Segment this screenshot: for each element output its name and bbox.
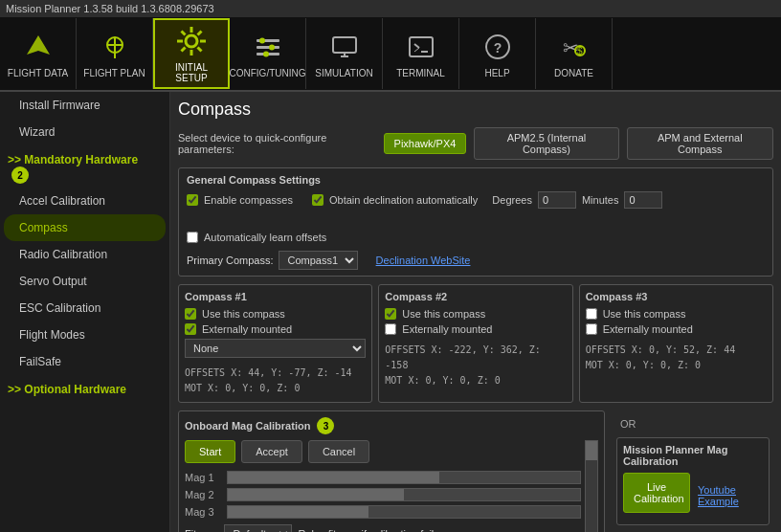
- sidebar-item-compass[interactable]: Compass: [4, 214, 166, 241]
- toolbar-label-config: CONFIG/TUNING: [230, 68, 306, 78]
- svg-rect-22: [410, 37, 433, 56]
- svg-text:?: ?: [493, 40, 502, 55]
- compass1-external-label: Externally mounted: [202, 323, 292, 335]
- compass3-use-checkbox[interactable]: [586, 308, 597, 320]
- svg-line-9: [182, 32, 186, 35]
- mission-cal-title: Mission Planner Mag Calibration: [623, 444, 763, 467]
- toolbar-item-initial-setup[interactable]: INITIAL SETUP: [153, 18, 230, 89]
- toolbar-label-terminal: TERMINAL: [396, 68, 445, 78]
- relax-text: Relax fitness if calibration fails: [298, 528, 438, 532]
- compass2-external-label: Externally mounted: [402, 323, 492, 335]
- degrees-input[interactable]: [538, 191, 576, 209]
- device-btn-apm25[interactable]: APM2.5 (Internal Compass): [474, 127, 618, 160]
- sidebar-item-servo-output[interactable]: Servo Output: [0, 268, 169, 295]
- compass1-dropdown[interactable]: None: [185, 339, 366, 358]
- compass2-offsets: OFFSETS X: -222, Y: 362, Z: -158 MOT X: …: [385, 343, 566, 388]
- mandatory-hardware-label: >> Mandatory Hardware: [8, 153, 138, 166]
- sidebar-item-flight-modes[interactable]: Flight Modes: [0, 321, 169, 348]
- radio-cal-label: Radio Calibration: [19, 248, 107, 261]
- declination-link[interactable]: Declination WebSite: [376, 255, 471, 266]
- toolbar-item-flight-data[interactable]: FLIGHT DATA: [0, 18, 77, 89]
- gear-icon: [174, 24, 209, 58]
- optional-hardware-section: >> Optional Hardware: [0, 375, 169, 400]
- compass2-use-checkbox[interactable]: [385, 308, 396, 320]
- toolbar-label-donate: DONATE: [554, 68, 593, 78]
- esc-cal-label: ESC Calibration: [19, 301, 100, 315]
- or-label: OR: [616, 414, 640, 433]
- accept-button[interactable]: Accept: [241, 440, 302, 463]
- compass-3-title: Compass #3: [586, 291, 767, 302]
- device-btn-pixhawk[interactable]: Pixhawk/PX4: [384, 133, 467, 154]
- mag1-row: Mag 1: [185, 471, 581, 484]
- sidebar-item-radio-cal[interactable]: Radio Calibration: [0, 241, 169, 268]
- svg-rect-19: [333, 37, 356, 53]
- device-btn-apm-external[interactable]: APM and External Compass: [627, 127, 773, 160]
- toolbar-item-terminal[interactable]: TERMINAL: [383, 18, 459, 89]
- mag2-label: Mag 2: [185, 489, 221, 500]
- toolbar-item-donate[interactable]: ✂ $ DONATE: [536, 18, 613, 89]
- primary-compass-label: Primary Compass:: [187, 255, 273, 266]
- toolbar-item-config[interactable]: CONFIG/TUNING: [230, 18, 306, 89]
- accel-cal-label: Accel Calibration: [19, 194, 105, 208]
- failsafe-label: FailSafe: [19, 355, 61, 368]
- sidebar-item-esc-cal[interactable]: ESC Calibration: [0, 295, 169, 321]
- cal-scrollbar[interactable]: [585, 440, 598, 532]
- monitor-icon: [327, 30, 362, 64]
- mandatory-hardware-section: >> Mandatory Hardware 2: [0, 145, 169, 188]
- toolbar-item-help[interactable]: ? HELP: [459, 18, 536, 89]
- toolbar: FLIGHT DATA FLIGHT PLAN: [0, 17, 781, 92]
- general-settings-title: General Compass Settings: [187, 174, 765, 186]
- mandatory-hardware-badge: 2: [11, 166, 29, 184]
- or-mission-area: OR Mission Planner Mag Calibration LiveC…: [613, 410, 773, 532]
- compass-panels-row: Compass #1 Use this compass Externally m…: [178, 284, 773, 403]
- enable-compasses-checkbox[interactable]: [187, 194, 198, 206]
- sidebar-item-install-firmware[interactable]: Install Firmware: [0, 92, 169, 119]
- title-bar: Mission Planner 1.3.58 build 1.3.6808.29…: [0, 0, 781, 17]
- toolbar-item-simulation[interactable]: SIMULATION: [306, 18, 383, 89]
- general-compass-settings: General Compass Settings Enable compasse…: [178, 167, 773, 277]
- degrees-label: Degrees: [492, 194, 532, 206]
- sidebar-item-wizard[interactable]: Wizard: [0, 119, 169, 145]
- obtain-declination-checkbox[interactable]: [312, 194, 324, 206]
- youtube-link[interactable]: Youtube Example: [698, 484, 763, 507]
- fitness-select[interactable]: Default Relaxed Strict: [224, 524, 292, 532]
- enable-compasses-label: Enable compasses: [204, 194, 293, 206]
- cancel-button[interactable]: Cancel: [308, 440, 369, 463]
- device-select-row: Select device to quick-configure paramet…: [178, 127, 773, 160]
- compass2-use-label: Use this compass: [402, 308, 485, 320]
- svg-line-12: [182, 48, 186, 52]
- primary-compass-select[interactable]: Compass1 Compass2 Compass3: [279, 251, 358, 270]
- page-title: Compass: [178, 100, 773, 120]
- mag3-fill: [228, 506, 368, 518]
- wizard-label: Wizard: [19, 125, 55, 139]
- svg-point-18: [263, 51, 269, 56]
- compass2-external-checkbox[interactable]: [385, 323, 396, 335]
- fitness-label: Fitness: [185, 528, 218, 532]
- toolbar-item-flight-plan[interactable]: FLIGHT PLAN: [77, 18, 153, 89]
- minutes-input[interactable]: [624, 191, 662, 209]
- compass-1-title: Compass #1: [185, 291, 366, 302]
- mag2-bar: [227, 488, 581, 501]
- servo-output-label: Servo Output: [19, 275, 87, 288]
- compass-panel-1: Compass #1 Use this compass Externally m…: [178, 284, 372, 403]
- toolbar-label-help: HELP: [484, 68, 509, 78]
- main-content: Compass Select device to quick-configure…: [170, 92, 781, 532]
- live-calibration-button[interactable]: LiveCalibration: [623, 473, 690, 513]
- calibration-section: Onboard Mag Calibration 3 Start Accept C…: [178, 410, 773, 532]
- compass1-use-checkbox[interactable]: [185, 308, 196, 320]
- terminal-icon: [404, 30, 438, 64]
- compass1-external-checkbox[interactable]: [185, 323, 196, 335]
- sliders-icon: [251, 30, 285, 64]
- mag2-fill: [228, 489, 404, 500]
- compass3-external-checkbox[interactable]: [586, 323, 597, 335]
- compass1-use-label: Use this compass: [202, 308, 285, 320]
- sidebar-item-failsafe[interactable]: FailSafe: [0, 348, 169, 375]
- compass-label: Compass: [19, 221, 68, 234]
- scissors-icon: ✂ $: [557, 30, 591, 64]
- auto-learn-checkbox[interactable]: [187, 232, 198, 243]
- svg-marker-0: [27, 35, 50, 55]
- start-button[interactable]: Start: [185, 440, 235, 463]
- svg-point-17: [269, 44, 275, 50]
- onboard-cal-box: Onboard Mag Calibration 3 Start Accept C…: [178, 410, 605, 532]
- sidebar-item-accel-cal[interactable]: Accel Calibration: [0, 188, 169, 214]
